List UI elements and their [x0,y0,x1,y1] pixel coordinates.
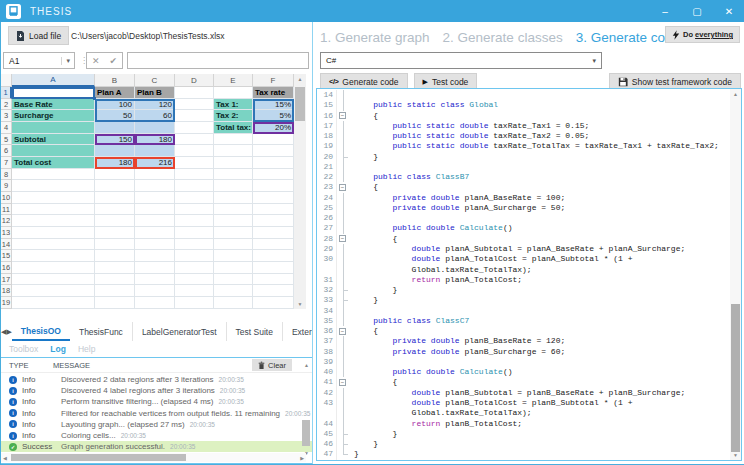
code-line-31[interactable]: 31 return planA_TotalCost; [317,275,729,285]
cell-D18[interactable] [175,285,214,297]
code-line-32[interactable]: 32 } [317,285,729,295]
cell-B4[interactable] [95,122,135,134]
cell-D10[interactable] [175,192,214,204]
cell-E11[interactable] [214,204,253,216]
row-header-4[interactable]: 4 [1,122,12,134]
grid-corner[interactable] [1,74,12,87]
cell-F1[interactable]: Tax rate [253,87,294,99]
cell-A16[interactable] [12,262,95,274]
cell-reference-caret-icon[interactable]: ▾ [61,57,74,65]
cell-B9[interactable] [95,180,135,192]
cell-A15[interactable] [12,250,95,262]
row-header-8[interactable]: 8 [1,169,12,181]
cell-A1[interactable] [12,87,95,99]
cell-C16[interactable] [135,262,175,274]
log-row[interactable]: iInfoColoring cells...20:00:35 [1,430,312,441]
cell-E14[interactable] [214,239,253,251]
cell-A17[interactable] [12,274,95,286]
load-file-button[interactable]: Load file [8,26,69,45]
grid-vscroll-thumb[interactable] [295,87,305,121]
log-row[interactable]: iInfoDiscovered 2 data regions after 3 i… [1,374,312,385]
log-scroll-right-icon[interactable]: ▶ [300,455,304,461]
code-line-17[interactable]: 17 public static double taxRate_Tax1 = 0… [317,121,729,131]
code-line-28[interactable]: 28− { [317,234,729,244]
fold-collapse-icon[interactable]: − [337,326,350,336]
cell-F9[interactable] [253,180,294,192]
cell-A3[interactable]: Surcharge [12,110,95,122]
cell-F17[interactable] [253,274,294,286]
row-header-15[interactable]: 15 [1,250,12,262]
cell-B8[interactable] [95,169,135,181]
cell-D16[interactable] [175,262,214,274]
row-header-9[interactable]: 9 [1,180,12,192]
close-button[interactable]: ✕ [722,6,736,17]
language-dropdown[interactable]: C# ▾ [320,52,602,69]
log-row[interactable]: ✓SuccessGraph generation successful.20:0… [1,441,312,452]
cell-C11[interactable] [135,204,175,216]
column-header-F[interactable]: F [253,74,294,87]
cell-B10[interactable] [95,192,135,204]
row-header-17[interactable]: 17 [1,274,12,286]
cell-E2[interactable]: Tax 1: [214,99,253,111]
row-header-12[interactable]: 12 [1,215,12,227]
cell-C8[interactable] [135,169,175,181]
cell-D8[interactable] [175,169,214,181]
panel-tab-log[interactable]: Log [50,344,66,354]
cell-E6[interactable] [214,145,253,157]
do-everything-button[interactable]: Do everything [665,26,740,43]
panel-tab-toolbox[interactable]: Toolbox [9,344,38,354]
cell-C18[interactable] [135,285,175,297]
sheet-tab-ExternalI[interactable]: ExternalI [283,322,312,341]
cancel-entry-icon[interactable]: ✕ [92,56,100,66]
cell-F16[interactable] [253,262,294,274]
cell-E5[interactable] [214,134,253,146]
cell-C4[interactable] [135,122,175,134]
cell-B13[interactable] [95,227,135,239]
panel-tab-help[interactable]: Help [78,344,95,354]
code-line-23[interactable]: 23− { [317,182,729,192]
log-hscroll-thumb[interactable] [11,454,186,461]
cell-A9[interactable] [12,180,95,192]
row-header-3[interactable]: 3 [1,110,12,122]
cell-A18[interactable] [12,285,95,297]
step-generate-graph[interactable]: 1. Generate graph [320,30,430,45]
cell-F13[interactable] [253,227,294,239]
spreadsheet-grid[interactable]: ABCDEF1Plan APlan BTax rate2Base Rate100… [1,74,294,309]
cell-A4[interactable] [12,122,95,134]
scroll-down-icon[interactable]: ▼ [294,301,306,307]
cell-E12[interactable] [214,215,253,227]
cell-A2[interactable]: Base Rate [12,99,95,111]
cell-D9[interactable] [175,180,214,192]
cell-C2[interactable]: 120 [135,99,175,111]
fold-collapse-icon[interactable]: − [337,111,350,121]
code-line-wrap[interactable]: Global.taxRate_TotalTax); [317,265,729,275]
log-row[interactable]: iInfoPerform transitive filtering... (el… [1,396,312,407]
code-line-47[interactable]: 47} [317,449,729,459]
clear-log-button[interactable]: Clear [252,359,292,371]
cell-F19[interactable] [253,297,294,309]
row-header-11[interactable]: 11 [1,204,12,216]
cell-C14[interactable] [135,239,175,251]
log-horizontal-scrollbar[interactable]: ◀ ▶ [1,453,306,462]
cell-B17[interactable] [95,274,135,286]
cell-F7[interactable] [253,157,294,169]
code-line-21[interactable]: 21 [317,162,729,172]
column-header-C[interactable]: C [135,74,175,87]
cell-A11[interactable] [12,204,95,216]
sheet-tab-Test Suite[interactable]: Test Suite [227,322,283,341]
cell-F4[interactable]: 20% [253,122,294,134]
cell-A19[interactable] [12,297,95,309]
log-vscroll-thumb[interactable] [302,420,310,446]
code-line-46[interactable]: 46 } [317,439,729,449]
cell-C19[interactable] [135,297,175,309]
step-generate-classes[interactable]: 2. Generate classes [443,30,563,45]
cell-F6[interactable] [253,145,294,157]
code-line-27[interactable]: 27 public double Calculate() [317,223,729,233]
code-line-30[interactable]: 30 double planA_TotalCost = planA_Subtot… [317,254,729,264]
cell-F5[interactable] [253,134,294,146]
fold-collapse-icon[interactable]: − [337,234,350,244]
cell-reference-box[interactable]: A1 ▾ [3,52,75,69]
cell-A14[interactable] [12,239,95,251]
cell-C6[interactable] [135,145,175,157]
cell-F18[interactable] [253,285,294,297]
